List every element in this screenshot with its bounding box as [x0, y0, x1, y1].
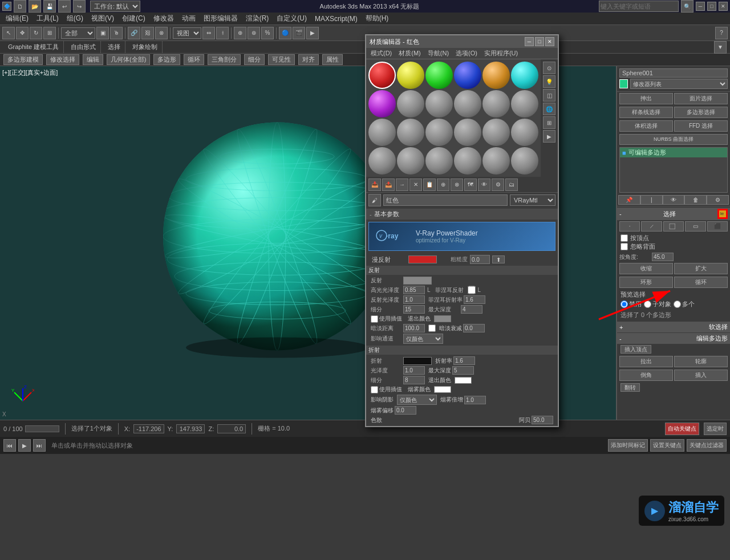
- select-object[interactable]: 🖱: [110, 27, 123, 39]
- mat-assign[interactable]: →: [396, 178, 408, 191]
- menu-modifier[interactable]: 修改器: [150, 13, 177, 25]
- stack-del[interactable]: 🗑: [684, 195, 707, 205]
- view-select[interactable]: 视图: [173, 27, 201, 39]
- poly-model-btn[interactable]: 多边形建模: [3, 54, 43, 65]
- mat-editor-btn[interactable]: 🔵: [279, 27, 291, 39]
- roughness-spinner[interactable]: ⬆: [492, 255, 505, 263]
- mat-show[interactable]: 👁: [478, 178, 490, 191]
- flip-btn[interactable]: 翻转: [620, 383, 640, 392]
- attr-btn[interactable]: 属性: [322, 54, 343, 65]
- polygon-btn2[interactable]: ▭: [685, 221, 705, 232]
- subdiv2-input[interactable]: [403, 376, 425, 384]
- stack-add[interactable]: |: [640, 195, 663, 205]
- loop-btn[interactable]: 循环: [184, 54, 204, 65]
- geo-all-btn[interactable]: 几何体(全部): [107, 54, 150, 65]
- mat-put[interactable]: 📤: [382, 178, 395, 191]
- fresnel-L-btn[interactable]: L: [477, 287, 482, 293]
- mat-sphere-1[interactable]: [397, 62, 424, 89]
- roughness-input[interactable]: [470, 255, 490, 264]
- subdiv-btn[interactable]: 细分: [244, 54, 265, 65]
- border-btn[interactable]: ⃞: [663, 221, 684, 232]
- mat-instanced[interactable]: ⊗: [451, 178, 463, 191]
- open-btn[interactable]: 📂: [29, 0, 41, 13]
- workspace-select[interactable]: 工作台: 默认: [90, 1, 140, 12]
- basic-params-minus[interactable]: -: [370, 211, 372, 218]
- mat-menu-mat[interactable]: 材质(M): [396, 48, 423, 58]
- mat-sphere-6[interactable]: [368, 90, 396, 117]
- affect-shadow-select[interactable]: 仅颜色: [397, 395, 437, 405]
- mat-sphere-23[interactable]: [511, 147, 538, 175]
- move-tool[interactable]: ✥: [16, 27, 29, 39]
- mat-type-select[interactable]: VRayMtl: [510, 194, 555, 206]
- mat-param[interactable]: ⚙: [492, 178, 504, 191]
- insert-vertex-btn[interactable]: 插入顶点: [620, 345, 651, 354]
- menu-create[interactable]: 创建(C): [119, 13, 149, 25]
- mat-sphere-7[interactable]: [397, 90, 424, 117]
- vol-select-btn[interactable]: 体积选择: [619, 120, 673, 132]
- mat-menu-mode[interactable]: 模式(D): [368, 48, 394, 58]
- mat-max-btn[interactable]: □: [535, 37, 544, 46]
- percent-snap[interactable]: %: [261, 27, 274, 39]
- mat-sphere-16[interactable]: [482, 119, 510, 146]
- mat-sphere-4[interactable]: [482, 62, 510, 89]
- mat-reset[interactable]: ✕: [409, 178, 422, 191]
- mat-min-btn[interactable]: ─: [525, 37, 534, 46]
- filter-select[interactable]: 全部: [61, 27, 95, 39]
- menu-render[interactable]: 渲染(R): [242, 13, 273, 25]
- mat-sphere-5[interactable]: [511, 62, 538, 89]
- editable-poly-item[interactable]: ■ 可编辑多边形: [620, 148, 727, 157]
- extrude-btn[interactable]: 拉出: [619, 356, 673, 367]
- expand-btn[interactable]: ▼: [714, 41, 727, 54]
- ignore-back-check[interactable]: [620, 243, 628, 250]
- mat-env[interactable]: 🌐: [543, 103, 555, 115]
- menu-tools[interactable]: 工具(L): [33, 13, 62, 25]
- smoke-color-box[interactable]: [434, 386, 451, 393]
- mat-copy[interactable]: 📋: [423, 178, 436, 191]
- mat-sphere-11[interactable]: [511, 90, 538, 117]
- stack-vis[interactable]: 👁: [663, 195, 685, 205]
- set-key-btn[interactable]: 设置关键点: [650, 439, 684, 452]
- render-frame[interactable]: ▶: [306, 27, 319, 39]
- mat-sphere-12[interactable]: [368, 119, 396, 146]
- reflect-color-box[interactable]: [403, 277, 432, 285]
- ior-input[interactable]: [453, 356, 475, 365]
- mirror-tool[interactable]: ⇔: [202, 27, 215, 39]
- min-btn[interactable]: ─: [696, 2, 705, 11]
- mat-sphere-3[interactable]: [454, 62, 481, 89]
- mat-sphere-10[interactable]: [482, 90, 510, 117]
- expand-btn2[interactable]: 扩大: [674, 263, 728, 274]
- stack-cfg[interactable]: ⚙: [707, 195, 729, 205]
- link-tool[interactable]: 🔗: [128, 27, 140, 39]
- selection-highlight-box[interactable]: Ie: [717, 209, 728, 219]
- help-btn[interactable]: ?: [715, 27, 728, 39]
- close-btn[interactable]: ✕: [719, 2, 728, 11]
- edit-btn[interactable]: 编辑: [83, 54, 103, 65]
- smoke-mult-input[interactable]: [464, 396, 486, 404]
- insert-btn[interactable]: 插入: [674, 370, 728, 381]
- hilight-input[interactable]: [403, 286, 425, 294]
- select-tool[interactable]: ↖: [2, 27, 15, 39]
- modify-select-btn[interactable]: 修改选择: [46, 54, 79, 65]
- unlink-tool[interactable]: ⛓: [141, 27, 154, 39]
- polygon-btn[interactable]: 多边形: [153, 54, 180, 65]
- by-vertex-check[interactable]: [620, 234, 628, 242]
- mat-sphere-14[interactable]: [425, 119, 453, 146]
- object-color[interactable]: [619, 79, 628, 88]
- mat-backlight[interactable]: 💡: [543, 75, 555, 88]
- mat-sample-type[interactable]: ⊙: [543, 62, 555, 74]
- add-time-note-btn[interactable]: 添加时间标记: [608, 439, 648, 452]
- menu-custom[interactable]: 自定义(U): [273, 13, 310, 25]
- use-interp2-check[interactable]: [371, 386, 378, 393]
- dim-falloff-input[interactable]: [463, 324, 485, 332]
- align-tool[interactable]: ⫲: [216, 27, 229, 39]
- mat-sphere-21[interactable]: [454, 147, 481, 175]
- fresnel-check[interactable]: [468, 286, 476, 294]
- menu-view[interactable]: 视图(V): [88, 13, 117, 25]
- visible-btn[interactable]: 可见性: [268, 54, 295, 65]
- reflect-gloss-input[interactable]: [403, 295, 425, 304]
- menu-group[interactable]: 组(G): [63, 13, 87, 25]
- exit-color-box[interactable]: [434, 315, 451, 322]
- mat-video[interactable]: ▶: [543, 130, 555, 143]
- max-btn[interactable]: □: [707, 2, 716, 11]
- affect-ch-select[interactable]: 仅颜色: [403, 334, 443, 344]
